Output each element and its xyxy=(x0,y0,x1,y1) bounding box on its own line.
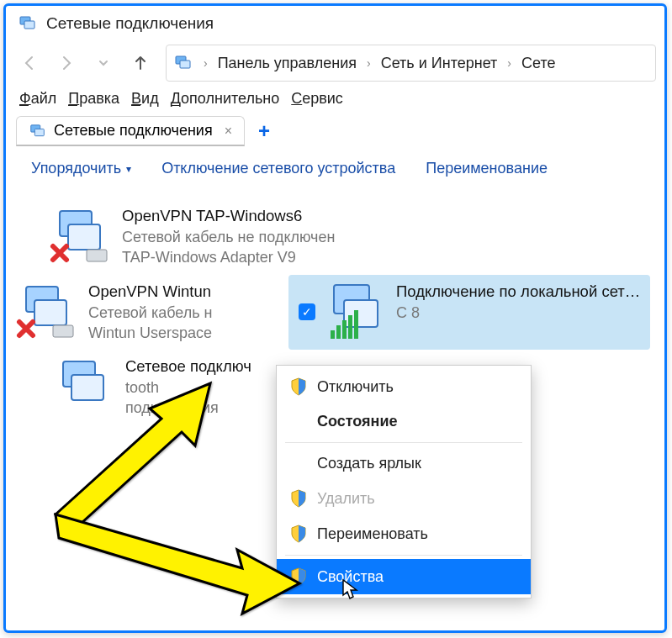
toolbar-organize[interactable]: Упорядочить ▾ xyxy=(31,160,131,177)
svg-rect-11 xyxy=(53,325,73,337)
titlebar: Сетевые подключения xyxy=(6,6,664,40)
breadcrumb-segment[interactable]: Панель управления xyxy=(218,55,357,72)
connection-name: OpenVPN TAP-Windows6 xyxy=(122,206,335,227)
nav-forward-button[interactable] xyxy=(50,46,83,80)
ctx-delete: Удалить xyxy=(277,481,531,516)
svg-rect-10 xyxy=(34,300,66,325)
network-connections-icon xyxy=(18,15,38,32)
nav-up-button[interactable] xyxy=(124,46,157,80)
svg-rect-16 xyxy=(342,320,347,339)
toolbar-rename[interactable]: Переименование xyxy=(426,160,548,177)
tab-bar: Сетевые подключения × + xyxy=(6,116,664,146)
nav-row: › Панель управления › Сеть и Интернет › … xyxy=(6,40,664,87)
menu-edit[interactable]: Правка xyxy=(68,90,119,108)
network-adapter-icon xyxy=(48,206,112,266)
connection-device: Wintun Userspace xyxy=(88,323,213,343)
connection-device: подключения xyxy=(125,398,251,418)
connection-device: C 8 xyxy=(396,303,642,323)
network-connections-icon xyxy=(29,124,47,139)
network-connections-icon xyxy=(173,55,193,71)
network-adapter-icon xyxy=(14,282,78,342)
ctx-status[interactable]: Состояние xyxy=(277,404,531,439)
shield-icon xyxy=(290,489,307,508)
svg-rect-5 xyxy=(34,129,44,135)
context-menu: Отключить Состояние Создать ярлык Удалит… xyxy=(276,365,532,598)
toolbar: Упорядочить ▾ Отключение сетевого устрой… xyxy=(6,146,664,186)
checkbox-checked-icon[interactable]: ✓ xyxy=(299,303,315,320)
breadcrumb-segment[interactable]: Сете xyxy=(521,55,555,72)
chevron-right-icon: › xyxy=(507,56,511,70)
svg-rect-1 xyxy=(24,21,34,29)
ctx-create-shortcut[interactable]: Создать ярлык xyxy=(277,446,531,481)
connection-device: TAP-Windows Adapter V9 xyxy=(122,247,335,267)
svg-rect-17 xyxy=(348,315,352,339)
address-bar[interactable]: › Панель управления › Сеть и Интернет › … xyxy=(166,45,656,82)
shield-icon xyxy=(290,377,307,396)
network-adapter-icon xyxy=(322,282,386,342)
menu-advanced[interactable]: Дополнительно xyxy=(171,90,280,108)
shield-icon xyxy=(290,525,307,543)
new-tab-button[interactable]: + xyxy=(250,117,278,145)
menu-separator xyxy=(285,442,522,443)
close-tab-button[interactable]: × xyxy=(225,124,232,139)
connection-name: OpenVPN Wintun xyxy=(88,282,213,303)
chevron-right-icon: › xyxy=(204,56,208,70)
ctx-properties[interactable]: Свойства xyxy=(277,559,531,594)
window-title: Сетевые подключения xyxy=(46,14,214,33)
tab-label: Сетевые подключения xyxy=(54,122,213,140)
svg-rect-15 xyxy=(336,325,341,339)
connection-name: Сетевое подключ xyxy=(125,356,251,377)
svg-rect-14 xyxy=(331,330,335,339)
network-adapter-icon xyxy=(51,356,115,417)
svg-rect-3 xyxy=(180,61,190,68)
svg-rect-7 xyxy=(68,224,100,250)
ctx-rename[interactable]: Переименовать xyxy=(277,516,531,551)
svg-rect-8 xyxy=(87,250,107,261)
svg-rect-20 xyxy=(71,375,103,400)
cursor-icon xyxy=(341,578,358,600)
chevron-down-icon: ▾ xyxy=(126,163,131,175)
menu-view[interactable]: Вид xyxy=(131,90,159,108)
connection-status: Сетевой кабель не подключен xyxy=(122,227,335,247)
chevron-right-icon: › xyxy=(367,56,371,70)
svg-rect-18 xyxy=(354,310,358,339)
connection-item-selected[interactable]: ✓ Подключение по локальной сети* 12 xyxy=(288,275,650,351)
menu-bar: Файл Правка Вид Дополнительно Сервис xyxy=(6,87,664,114)
connection-status: tooth xyxy=(125,377,251,398)
nav-back-button[interactable] xyxy=(13,46,46,80)
connection-status: Сетевой кабель н xyxy=(88,303,213,323)
ctx-disable[interactable]: Отключить xyxy=(277,369,531,404)
nav-history-dropdown[interactable] xyxy=(87,46,120,80)
tab-network-connections[interactable]: Сетевые подключения × xyxy=(16,116,245,146)
breadcrumb-segment[interactable]: Сеть и Интернет xyxy=(381,55,498,72)
connection-item[interactable]: OpenVPN TAP-Windows6 Сетевой кабель не п… xyxy=(40,199,410,275)
connection-name: Подключение по локальной сети* 12 xyxy=(396,282,642,303)
toolbar-disable-device[interactable]: Отключение сетевого устройства xyxy=(161,160,395,177)
menu-tools[interactable]: Сервис xyxy=(291,90,343,108)
shield-icon xyxy=(290,567,307,586)
connection-item[interactable]: OpenVPN Wintun Сетевой кабель н Wintun U… xyxy=(6,275,283,351)
menu-file[interactable]: Файл xyxy=(19,90,56,108)
menu-separator xyxy=(285,555,522,556)
